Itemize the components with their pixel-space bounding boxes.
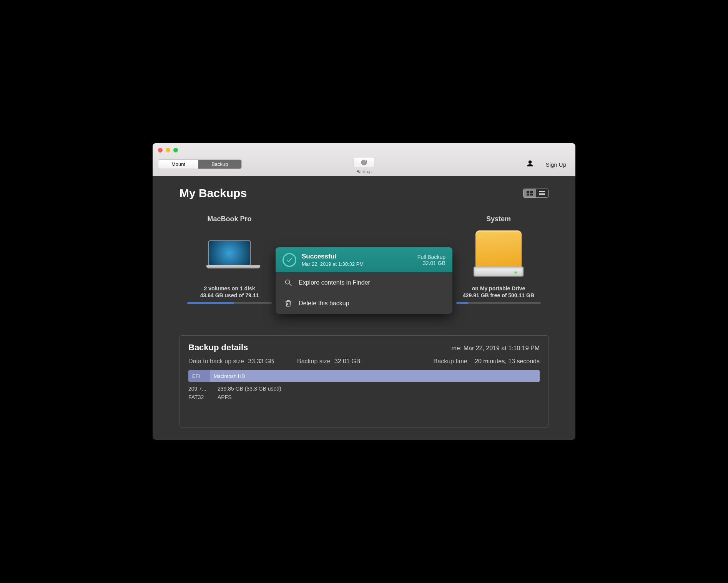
backup-size-metric: Backup size 32.01 GB <box>297 358 360 365</box>
mode-segmented-control: Mount Backup <box>158 159 242 169</box>
svg-line-8 <box>289 284 292 286</box>
view-list-button[interactable] <box>536 189 548 197</box>
popover-backup-type: Full Backup <box>417 254 445 260</box>
popover-backup-size: 32.01 GB <box>417 260 445 266</box>
volume-segment-macintosh-hd[interactable]: Macintosh HD <box>210 370 540 382</box>
source-device: MacBook Pro 2 volumes on 1 disk 43.64 GB… <box>180 215 279 304</box>
backup-details-panel: Backup details me: Mar 22, 2019 at 1:10:… <box>180 335 548 427</box>
view-grid-button[interactable] <box>524 189 536 197</box>
svg-rect-3 <box>530 194 533 195</box>
list-view-icon <box>539 191 545 195</box>
status-check-icon <box>283 253 296 267</box>
titlebar: Mount Backup Back up Sign Up <box>153 143 575 176</box>
svg-rect-6 <box>539 194 545 195</box>
target-capacity-line: 429.91 GB free of 500.11 GB <box>449 292 548 298</box>
volume-segment-efi[interactable]: EFI <box>188 370 210 382</box>
target-device: System on My portable Drive 429.91 GB fr… <box>449 215 548 304</box>
page-title: My Backups <box>180 187 247 200</box>
target-usage-bar <box>456 302 541 304</box>
grid-view-icon <box>527 191 533 195</box>
laptop-icon <box>180 232 279 278</box>
content-area: My Backups MacBook Pro 2 vol <box>153 176 575 440</box>
explore-in-finder-item[interactable]: Explore contents in Finder <box>276 272 452 293</box>
volume-bar: EFI Macintosh HD <box>188 370 540 382</box>
trash-icon <box>284 299 293 308</box>
svg-rect-2 <box>527 194 529 195</box>
close-window-button[interactable] <box>158 148 163 152</box>
svg-point-7 <box>286 280 290 284</box>
delete-label: Delete this backup <box>299 300 349 307</box>
source-volumes-line: 2 volumes on 1 disk <box>180 285 279 292</box>
data-size-metric: Data to back up size 33.33 GB <box>188 358 274 365</box>
minimize-window-button[interactable] <box>166 148 170 152</box>
backup-action: Back up <box>354 157 374 174</box>
backup-button[interactable] <box>354 157 374 168</box>
svg-rect-5 <box>539 193 545 194</box>
svg-rect-0 <box>527 191 529 193</box>
popover-timestamp: Mar 22, 2019 at 1:30:32 PM <box>302 261 412 267</box>
search-icon <box>284 278 293 287</box>
tab-mount[interactable]: Mount <box>158 160 198 169</box>
target-name: System <box>449 215 548 223</box>
view-toggle <box>523 189 548 198</box>
popover-status: Successful <box>302 253 412 260</box>
source-name: MacBook Pro <box>180 215 279 223</box>
tab-backup[interactable]: Backup <box>198 160 241 169</box>
volume-meta-efi: 209.7... FAT32 <box>188 386 210 400</box>
zoom-window-button[interactable] <box>173 148 178 152</box>
explore-label: Explore contents in Finder <box>299 279 370 286</box>
window-controls <box>158 148 178 152</box>
user-icon[interactable] <box>526 159 534 169</box>
popover-header: Successful Mar 22, 2019 at 1:30:32 PM Fu… <box>276 247 452 272</box>
source-usage-bar <box>187 302 272 304</box>
backup-popover: Successful Mar 22, 2019 at 1:30:32 PM Fu… <box>276 247 452 314</box>
source-capacity-line: 43.64 GB used of 79.11 <box>180 292 279 298</box>
delete-backup-item[interactable]: Delete this backup <box>276 293 452 314</box>
backup-button-label: Back up <box>354 169 374 174</box>
creation-time: me: Mar 22, 2019 at 1:10:19 PM <box>452 345 540 352</box>
backup-arrow-icon <box>360 159 368 166</box>
svg-rect-1 <box>530 191 533 193</box>
drive-icon <box>449 232 548 278</box>
svg-rect-4 <box>539 191 545 192</box>
details-title: Backup details <box>188 343 248 353</box>
target-location-line: on My portable Drive <box>449 285 548 292</box>
volume-meta-macintosh-hd: 239.85 GB (33.3 GB used) APFS <box>218 386 281 400</box>
backup-time-metric: Backup time 20 minutes, 13 seconds <box>434 358 540 365</box>
signup-link[interactable]: Sign Up <box>546 161 566 168</box>
app-window: Mount Backup Back up Sign Up My Backups <box>153 143 575 440</box>
